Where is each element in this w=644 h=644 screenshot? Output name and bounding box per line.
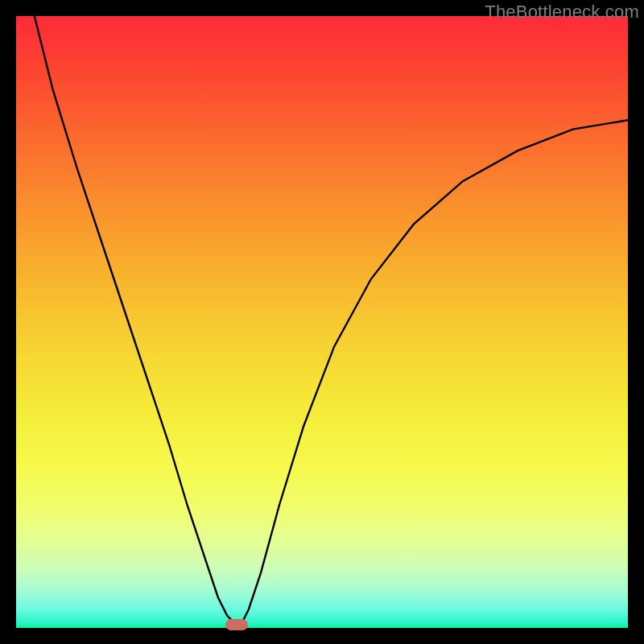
watermark-text: TheBottleneck.com [485,2,639,23]
plot-background [16,16,628,628]
optimal-marker [225,619,248,630]
chart-frame [16,16,628,628]
